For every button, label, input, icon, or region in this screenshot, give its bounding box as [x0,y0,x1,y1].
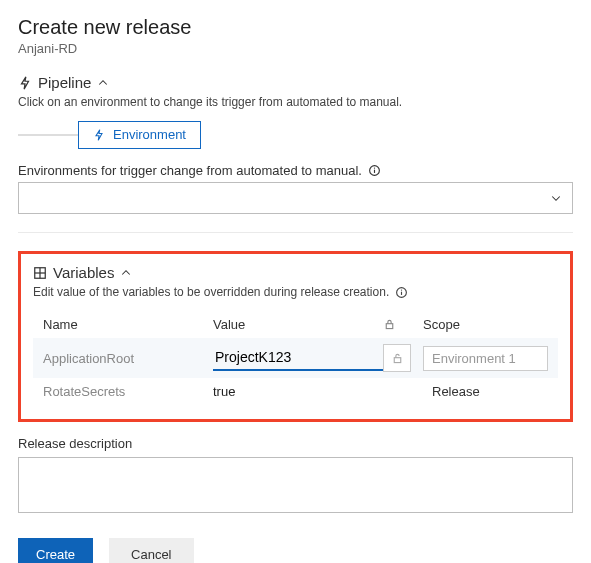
variables-header: Name Value Scope [33,311,558,338]
release-description-input[interactable] [18,457,573,513]
lightning-icon [18,76,32,90]
variables-help: Edit value of the variables to be overri… [33,285,558,299]
pipeline-help-text: Click on an environment to change its tr… [18,95,573,109]
var-name: RotateSecrets [43,384,213,399]
divider [18,232,573,233]
svg-point-2 [374,167,375,168]
variables-section-highlighted: Variables Edit value of the variables to… [18,251,573,422]
pipeline-flow: Environment [18,121,573,149]
variables-section-toggle[interactable]: Variables [33,264,558,281]
environment-stage[interactable]: Environment [78,121,201,149]
variables-section-label: Variables [53,264,114,281]
release-definition-name: Anjani-RD [18,41,573,56]
col-value: Value [213,317,383,332]
grid-icon [33,266,47,280]
svg-rect-10 [394,357,401,362]
info-icon[interactable] [395,286,408,299]
dialog-actions: Create Cancel [18,538,573,563]
col-name: Name [43,317,213,332]
chevron-up-icon [120,267,132,279]
page-title: Create new release [18,16,573,39]
var-scope: Release [423,384,548,399]
col-lock [383,318,423,331]
stage-label: Environment [113,127,186,142]
col-scope: Scope [423,317,548,332]
var-value: true [213,384,383,399]
var-name: ApplicationRoot [43,351,213,366]
lightning-icon [93,129,105,141]
cancel-button[interactable]: Cancel [109,538,193,563]
lock-toggle[interactable] [383,344,411,372]
flow-connector [18,134,78,136]
table-row[interactable]: RotateSecrets true Release [33,378,558,405]
variables-table: Name Value Scope ApplicationRoot Environ… [33,311,558,405]
description-label: Release description [18,436,573,451]
svg-point-8 [401,289,402,290]
info-icon[interactable] [368,164,381,177]
svg-rect-9 [386,324,393,329]
pipeline-section-label: Pipeline [38,74,91,91]
var-scope-select[interactable]: Environment 1 [423,346,548,371]
create-button[interactable]: Create [18,538,93,563]
table-row[interactable]: ApplicationRoot Environment 1 [33,338,558,378]
environments-label: Environments for trigger change from aut… [18,163,381,178]
environments-dropdown[interactable] [18,182,573,214]
pipeline-section-toggle[interactable]: Pipeline [18,74,573,91]
chevron-up-icon [97,77,109,89]
var-value-input[interactable] [213,345,383,371]
chevron-down-icon [550,192,562,204]
